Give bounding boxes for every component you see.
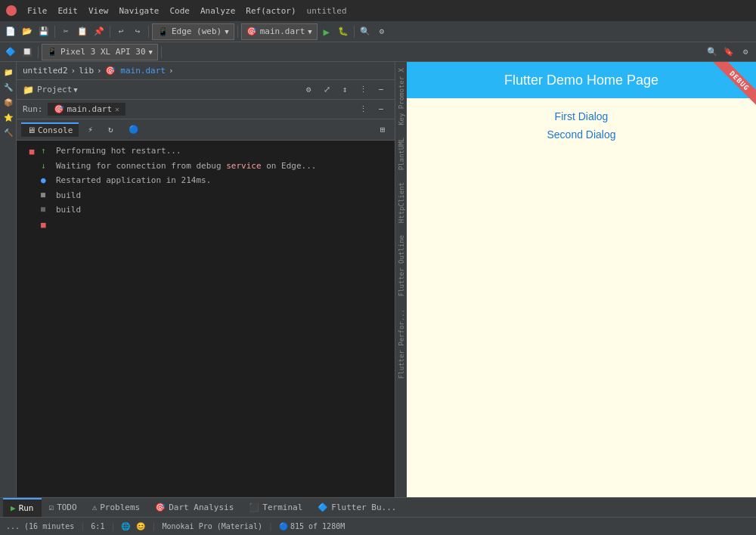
tab-problems-label: Problems bbox=[100, 503, 140, 512]
encoding-icon: 🌐 bbox=[121, 522, 130, 530]
tab-plantuml[interactable]: PlantUML bbox=[398, 131, 405, 176]
bookmark-btn[interactable]: 🔖 bbox=[721, 45, 736, 60]
sep7 bbox=[161, 46, 162, 58]
tab-terminal[interactable]: ⬛ Terminal bbox=[241, 498, 310, 518]
nav-btn[interactable]: 🔲 bbox=[20, 45, 35, 60]
tab-problems[interactable]: ⚠ Problems bbox=[85, 498, 148, 518]
settings-btn[interactable]: ⚙ bbox=[374, 24, 389, 39]
log-text-1: Performing hot restart... bbox=[56, 144, 181, 158]
project-minus-icon[interactable]: − bbox=[373, 82, 389, 97]
run-tab-icon: ▶ bbox=[11, 503, 16, 513]
resource-manager-icon[interactable]: 📦 bbox=[2, 95, 15, 109]
project-settings-icon[interactable]: ⚙ bbox=[301, 82, 316, 97]
bc-root[interactable]: untitled2 bbox=[23, 66, 68, 76]
flutter-tab[interactable]: 🔵 bbox=[122, 123, 145, 136]
copy-btn[interactable]: 📋 bbox=[75, 24, 90, 39]
console-label: Console bbox=[38, 125, 73, 135]
pixel-device-selector[interactable]: 📱 Pixel 3 XL API 30 ▼ bbox=[42, 44, 158, 60]
window-close[interactable] bbox=[6, 5, 17, 16]
console-icon: 🖥 bbox=[27, 125, 36, 135]
debug-banner: DEBUG bbox=[696, 62, 756, 122]
run-button[interactable]: ▶ bbox=[319, 24, 334, 39]
menu-code[interactable]: Code bbox=[165, 5, 194, 17]
tab-flutter-build[interactable]: 🔷 Flutter Bu... bbox=[310, 498, 404, 518]
open-btn[interactable]: 📂 bbox=[20, 24, 35, 39]
status-font[interactable]: Monokai Pro (Material) bbox=[162, 522, 262, 530]
structure-icon[interactable]: 🔧 bbox=[2, 80, 15, 94]
error-icon: 😊 bbox=[136, 522, 145, 530]
run-tab[interactable]: 🎯 main.dart ✕ bbox=[48, 103, 126, 116]
project-panel-header: 📁 Project ▼ ⚙ ⤢ ↕ ⋮ − bbox=[17, 80, 395, 100]
run-more-icon[interactable]: ⋮ bbox=[355, 102, 370, 117]
status-memory: 🔵 815 of 1280M bbox=[279, 522, 345, 530]
project-chevron[interactable]: ▼ bbox=[73, 86, 77, 94]
cut-btn[interactable]: ✂ bbox=[58, 24, 73, 39]
tab-run-label: Run bbox=[19, 503, 34, 513]
search-everywhere-btn[interactable]: 🔍 bbox=[358, 24, 373, 39]
log-text-3: Restarted application in 214ms. bbox=[56, 174, 211, 187]
project-label: Project bbox=[37, 85, 72, 94]
run-minus-icon[interactable]: − bbox=[373, 102, 389, 117]
gear-btn2[interactable]: ⚙ bbox=[738, 45, 753, 60]
tab-todo[interactable]: ☑ TODO bbox=[42, 498, 85, 518]
tab-httpclient[interactable]: HttpClient bbox=[398, 176, 405, 229]
log-line-4: ■ build bbox=[41, 188, 389, 203]
project-icon[interactable]: 📁 bbox=[2, 65, 15, 79]
save-btn[interactable]: 💾 bbox=[36, 24, 51, 39]
sep4 bbox=[237, 26, 238, 38]
project-sort-icon[interactable]: ↕ bbox=[337, 82, 352, 97]
first-dialog-link[interactable]: First Dialog bbox=[555, 110, 609, 122]
lightning-tab[interactable]: ⚡ bbox=[82, 123, 99, 136]
bc-lib[interactable]: lib bbox=[79, 66, 94, 76]
sep1 bbox=[54, 26, 55, 38]
menu-navigate[interactable]: Navigate bbox=[115, 5, 164, 17]
device-label: Edge (web) bbox=[172, 26, 222, 36]
log-text-4: build bbox=[56, 189, 81, 203]
circle-icon: ● bbox=[41, 174, 51, 187]
project-more-icon[interactable]: ⋮ bbox=[355, 82, 370, 97]
tab-flutter-outline[interactable]: Flutter Outline bbox=[398, 229, 405, 302]
tab-key-promoter[interactable]: Key Promoter X bbox=[398, 62, 405, 131]
tab-dart-analysis[interactable]: 🎯 Dart Analysis bbox=[147, 498, 241, 518]
bc-file[interactable]: 🎯 main.dart bbox=[105, 66, 166, 76]
tab-run[interactable]: ▶ Run bbox=[3, 498, 42, 518]
run-config-selector[interactable]: 🎯 main.dart ▼ bbox=[241, 23, 318, 40]
second-dialog-link[interactable]: Second Dialog bbox=[547, 128, 615, 141]
menu-bar: File Edit View Navigate Code Analyze Ref… bbox=[23, 5, 301, 17]
sep5 bbox=[354, 26, 355, 38]
redo-btn[interactable]: ↪ bbox=[130, 24, 145, 39]
menu-file[interactable]: File bbox=[23, 5, 52, 17]
sep6 bbox=[38, 46, 39, 58]
undo-btn[interactable]: ↩ bbox=[113, 24, 129, 39]
right-tab-strip: Key Promoter X PlantUML HttpClient Flutt… bbox=[395, 62, 407, 497]
run-tab-close[interactable]: ✕ bbox=[115, 105, 119, 113]
run-panel: Run: 🎯 main.dart ✕ ⋮ − 🖥 Console bbox=[17, 100, 395, 497]
log-line-5: ■ build bbox=[41, 203, 389, 218]
new-file-btn[interactable]: 📄 bbox=[3, 24, 18, 39]
lightning-icon: ⚡ bbox=[88, 125, 93, 135]
build-icon2: ■ bbox=[41, 203, 51, 215]
device-selector[interactable]: 📱 Edge (web) ▼ bbox=[152, 23, 234, 40]
console-grid-icon[interactable]: ⊞ bbox=[375, 122, 390, 138]
status-position[interactable]: 6:1 bbox=[91, 522, 104, 530]
debug-button[interactable]: 🐛 bbox=[336, 24, 351, 39]
struct-btn[interactable]: 🔷 bbox=[3, 45, 18, 60]
flutter-icon: 🔵 bbox=[129, 125, 139, 135]
search-btn2[interactable]: 🔍 bbox=[705, 45, 720, 60]
build-icon: ■ bbox=[41, 189, 51, 201]
flutter-build-icon: 🔷 bbox=[318, 503, 328, 512]
menu-analyze[interactable]: Analyze bbox=[196, 5, 240, 17]
project-expand-icon[interactable]: ⤢ bbox=[319, 82, 334, 97]
left-sidebar: 📁 🔧 📦 ⭐ 🔨 bbox=[0, 62, 17, 497]
menu-refactor[interactable]: Ref(actor) bbox=[241, 5, 300, 17]
build-variants-icon[interactable]: 🔨 bbox=[2, 125, 15, 139]
menu-view[interactable]: View bbox=[84, 5, 113, 17]
favorites-icon[interactable]: ⭐ bbox=[2, 110, 15, 124]
bottom-tabs: ▶ Run ☑ TODO ⚠ Problems 🎯 Dart Analysis … bbox=[0, 497, 756, 517]
reload-icon: ↻ bbox=[108, 125, 113, 135]
paste-btn[interactable]: 📌 bbox=[91, 24, 107, 39]
tab-flutter-perf[interactable]: Flutter Perfor... bbox=[398, 303, 405, 385]
reload-tab[interactable]: ↻ bbox=[102, 123, 119, 136]
console-tab[interactable]: 🖥 Console bbox=[21, 122, 79, 137]
menu-edit[interactable]: Edit bbox=[54, 5, 83, 17]
